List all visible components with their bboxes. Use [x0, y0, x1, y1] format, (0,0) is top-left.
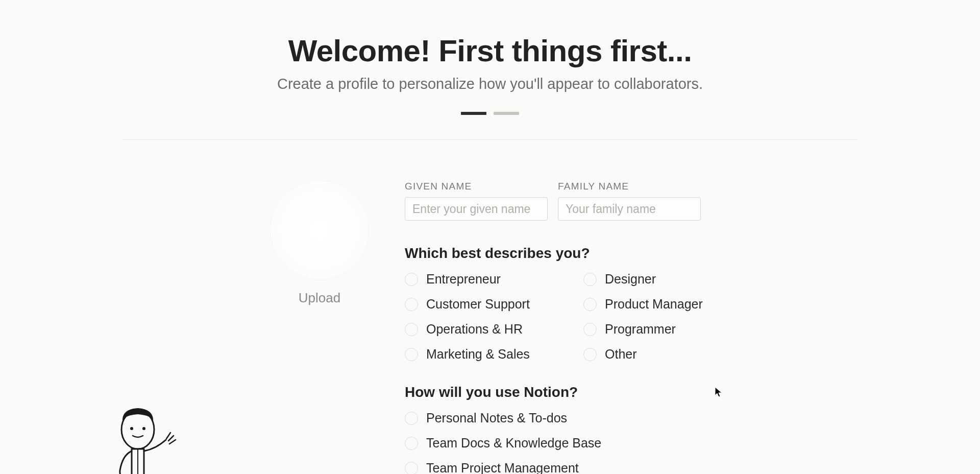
checkbox-icon — [405, 462, 418, 475]
role-option-customer-support[interactable]: Customer Support — [405, 297, 583, 312]
checkbox-icon — [583, 273, 597, 286]
checkbox-icon — [583, 348, 597, 361]
option-label: Other — [605, 347, 637, 362]
role-option-entrepreneur[interactable]: Entrepreneur — [405, 272, 583, 287]
svg-line-6 — [169, 440, 176, 444]
role-option-programmer[interactable]: Programmer — [583, 322, 762, 337]
checkbox-icon — [405, 437, 418, 450]
checkbox-icon — [583, 323, 597, 336]
checkbox-icon — [583, 298, 597, 311]
role-option-marketing-sales[interactable]: Marketing & Sales — [405, 347, 583, 362]
option-label: Programmer — [605, 322, 676, 337]
progress-step-2 — [494, 112, 519, 115]
checkbox-icon — [405, 348, 418, 361]
svg-point-2 — [142, 427, 145, 430]
option-label: Marketing & Sales — [426, 347, 530, 362]
option-label: Product Manager — [605, 297, 703, 312]
option-label: Designer — [605, 272, 656, 287]
page-subtitle: Create a profile to personalize how you'… — [0, 76, 980, 92]
role-options: Entrepreneur Designer Customer Support P… — [405, 272, 711, 362]
form-area: Upload GIVEN NAME FAMILY NAME Which best… — [122, 140, 857, 474]
progress-indicator — [0, 112, 980, 115]
progress-step-1 — [461, 112, 486, 115]
option-label: Entrepreneur — [426, 272, 501, 287]
family-name-group: FAMILY NAME — [558, 181, 701, 221]
role-option-designer[interactable]: Designer — [583, 272, 762, 287]
header-section: Welcome! First things first... Create a … — [0, 0, 980, 115]
role-question-heading: Which best describes you? — [405, 245, 711, 262]
family-name-label: FAMILY NAME — [558, 181, 701, 192]
usage-option-personal-notes[interactable]: Personal Notes & To-dos — [405, 411, 711, 425]
role-option-operations-hr[interactable]: Operations & HR — [405, 322, 583, 337]
option-label: Operations & HR — [426, 322, 523, 337]
svg-line-4 — [166, 433, 170, 439]
onboarding-container: Welcome! First things first... Create a … — [0, 0, 980, 474]
avatar-placeholder-icon[interactable] — [271, 181, 369, 279]
form-fields: GIVEN NAME FAMILY NAME Which best descri… — [405, 181, 711, 474]
usage-options: Personal Notes & To-dos Team Docs & Know… — [405, 411, 711, 474]
given-name-label: GIVEN NAME — [405, 181, 548, 192]
person-illustration-icon — [107, 404, 189, 474]
option-label: Personal Notes & To-dos — [426, 411, 567, 425]
svg-line-5 — [168, 436, 174, 441]
usage-option-team-docs[interactable]: Team Docs & Knowledge Base — [405, 436, 711, 451]
checkbox-icon — [405, 412, 418, 425]
given-name-input[interactable] — [405, 197, 548, 221]
option-label: Team Project Management — [426, 461, 579, 474]
role-option-other[interactable]: Other — [583, 347, 762, 362]
svg-point-1 — [130, 427, 133, 430]
usage-option-team-project[interactable]: Team Project Management — [405, 461, 711, 474]
option-label: Customer Support — [426, 297, 530, 312]
given-name-group: GIVEN NAME — [405, 181, 548, 221]
option-label: Team Docs & Knowledge Base — [426, 436, 601, 451]
usage-question-heading: How will you use Notion? — [405, 384, 711, 400]
family-name-input[interactable] — [558, 197, 701, 221]
name-row: GIVEN NAME FAMILY NAME — [405, 181, 711, 221]
checkbox-icon — [405, 323, 418, 336]
avatar-upload[interactable]: Upload — [271, 181, 369, 306]
role-option-product-manager[interactable]: Product Manager — [583, 297, 762, 312]
page-title: Welcome! First things first... — [0, 33, 980, 68]
checkbox-icon — [405, 273, 418, 286]
upload-label[interactable]: Upload — [299, 290, 340, 306]
checkbox-icon — [405, 298, 418, 311]
